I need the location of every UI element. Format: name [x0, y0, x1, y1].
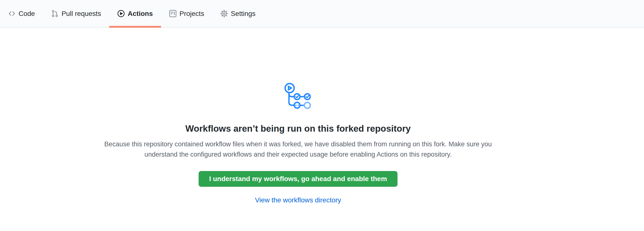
tab-actions-label: Actions [128, 10, 153, 17]
blankslate-description: Because this repository contained workfl… [99, 139, 497, 159]
tab-pull-requests-label: Pull requests [62, 10, 101, 17]
workflow-illustration-icon [284, 83, 312, 109]
tab-projects[interactable]: Projects [161, 0, 212, 27]
tab-actions[interactable]: Actions [109, 0, 161, 27]
tab-code-label: Code [18, 10, 35, 17]
play-icon [117, 10, 125, 17]
blankslate-link-row: View the workflows directory [0, 196, 596, 204]
project-icon [169, 10, 177, 17]
blankslate-title: Workflows aren’t being run on this forke… [0, 123, 596, 134]
actions-disabled-blankslate: Workflows aren’t being run on this forke… [0, 28, 596, 204]
main-content: Workflows aren’t being run on this forke… [0, 28, 596, 204]
code-icon [8, 10, 16, 17]
tab-settings-label: Settings [231, 10, 256, 17]
tab-projects-label: Projects [180, 10, 204, 17]
repo-tab-bar: Code Pull requests Actions Projects [0, 0, 644, 28]
tab-code[interactable]: Code [0, 0, 43, 27]
tab-settings[interactable]: Settings [212, 0, 264, 27]
enable-workflows-button[interactable]: I understand my workflows, go ahead and … [198, 171, 398, 187]
tab-pull-requests[interactable]: Pull requests [43, 0, 109, 27]
git-pull-request-icon [51, 10, 59, 17]
view-workflows-directory-link[interactable]: View the workflows directory [255, 196, 341, 204]
gear-icon [220, 10, 228, 17]
